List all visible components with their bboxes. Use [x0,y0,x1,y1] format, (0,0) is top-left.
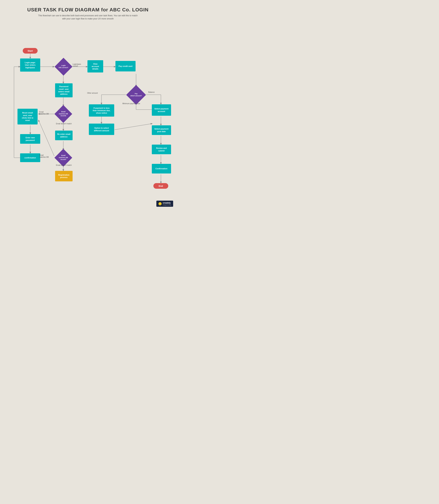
confirmation-right-node: Confirmation [152,164,171,174]
review-submit-node: Review andsubmit [152,145,171,154]
option-select-node: Option to selectdifferent amount [89,124,114,135]
re-enter-email-node: Re enter emailaddress [55,131,73,140]
enter-new-pass-node: Enter newpassword [20,134,40,144]
creately-text: creately Diagramming [163,202,171,206]
login-correct-diamond: Logininfo correct? [54,59,73,75]
email-no-match-label2: Email doesn't match [56,164,72,166]
registration-node: Registrationprocess [55,171,73,181]
password-reset-node: Passwordreset: userenters emailaddress [55,83,73,97]
balance-label: Balance [148,91,155,93]
email-matches-label1: Emailmatches DB [39,111,49,115]
if-payment-node: If payment is lessthan minimum due,show … [89,104,114,117]
email-matches-label2: Emailmatches DB [39,154,49,158]
reset-email-node: Reset emailsent; userclicks link toreset [17,109,37,125]
select-payment-date-node: Select paymentpost date [152,125,171,135]
other-amount-label: Other amount [87,92,98,94]
title-section: USER TASK FLOW DIAGRAM for ABC Co. LOGIN… [0,3,176,22]
page-title: USER TASK FLOW DIAGRAM for ABC Co. LOGIN [11,7,165,13]
email-matches-db2-diamond: Emailmatches DBrecord? [54,150,73,166]
svg-line-28 [38,120,54,156]
end-node: End [153,183,168,189]
email-matches-db1-diamond: Emailmatches DBrecords [54,106,73,122]
flowchart: Start Login page:User enterslogin/pass L… [0,22,176,206]
page-wrapper: USER TASK FLOW DIAGRAM for ABC Co. LOGIN… [0,0,176,209]
min-payment-label: Minimum payment due [122,102,140,104]
bulb-icon: 💡 [159,202,162,205]
creately-badge: 💡 creately Diagramming [156,201,173,207]
login-page-node: Login page:User enterslogin/pass [20,59,40,72]
page-subtitle: This flowchart can use to describe both … [11,14,165,20]
select-payment-acct-node: Select paymentaccount [152,104,171,116]
pay-which-diamond: Paywhich amount? [126,87,146,103]
view-account-node: Viewaccountdetails [87,60,103,73]
pay-credit-node: Pay credit card [115,61,135,71]
login-pass-correct-label: Login/passcorrect [73,63,81,67]
start-node: Start [23,48,37,54]
confirmation-left-node: confirmation [20,153,40,162]
svg-line-8 [115,124,152,130]
email-no-match-label1: Email doesn't match [56,123,72,125]
